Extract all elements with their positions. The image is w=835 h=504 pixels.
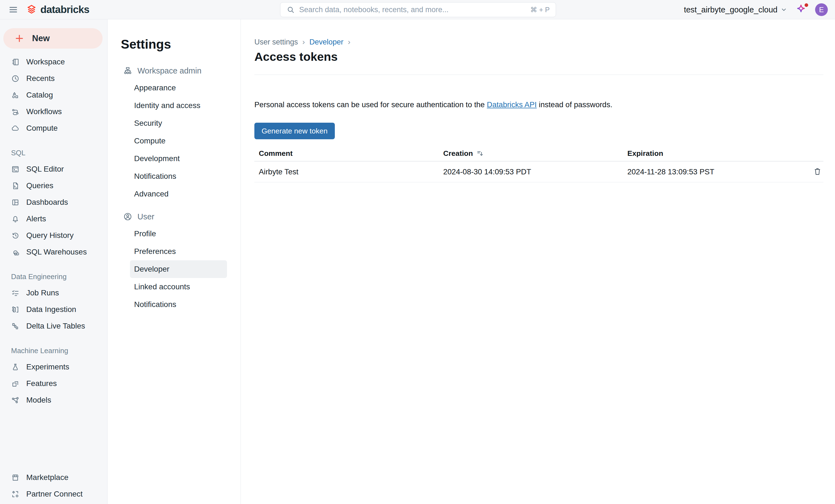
sidebar-item-query-history[interactable]: Query History [0,227,107,244]
databricks-api-link[interactable]: Databricks API [487,100,537,109]
sidebar-item-delta-live-tables[interactable]: Delta Live Tables [0,318,107,334]
access-tokens-table: Comment Creation Expiration Airbyte Test… [254,146,823,182]
sidebar-item-label: Dashboards [26,198,68,207]
new-button-label: New [32,34,50,43]
token-creation-cell: 2024-08-30 14:09:53 PDT [439,167,623,176]
dashboards-icon [11,198,20,207]
sidebar-item-recents[interactable]: Recents [0,70,107,87]
trash-icon [813,167,822,176]
sidebar-item-features[interactable]: Features [0,375,107,392]
workspace-selector-label: test_airbyte_google_cloud [684,5,777,14]
settings-group-label: User [137,212,154,221]
sidebar-item-label: Job Runs [26,289,59,297]
generate-new-token-button[interactable]: Generate new token [254,123,335,139]
experiments-icon [11,363,20,371]
settings-panel: Settings Workspace admin Appearance Iden… [107,19,241,504]
global-search[interactable]: ⌘ + P [280,2,556,17]
sidebar-item-label: Features [26,379,57,388]
column-header-comment[interactable]: Comment [254,149,439,158]
settings-item-compute[interactable]: Compute [107,132,241,150]
breadcrumb-user-settings[interactable]: User settings [254,38,298,46]
sql-warehouses-icon [11,248,20,256]
sidebar-item-queries[interactable]: Queries [0,177,107,194]
alerts-icon [11,215,20,223]
sort-descending-icon [476,150,484,157]
sidebar-item-dashboards[interactable]: Dashboards [0,194,107,211]
sidebar-footer: Marketplace Partner Connect [0,469,107,504]
sidebar-item-marketplace[interactable]: Marketplace [0,469,107,486]
sidebar-item-label: Marketplace [26,473,68,482]
sidebar-item-label: Catalog [26,91,53,100]
user-icon [123,212,133,221]
settings-item-profile[interactable]: Profile [107,225,241,243]
sidebar-item-models[interactable]: Models [0,392,107,408]
sidebar-item-data-ingestion[interactable]: Data Ingestion [0,301,107,318]
sidebar-item-partner-connect[interactable]: Partner Connect [0,486,107,502]
settings-item-notifications[interactable]: Notifications [107,167,241,185]
settings-panel-title: Settings [107,37,241,51]
settings-item-identity-and-access[interactable]: Identity and access [107,97,241,114]
workflows-icon [11,107,20,116]
column-header-creation[interactable]: Creation [439,149,623,158]
settings-group-label: Workspace admin [137,66,202,76]
page-title: Access tokens [254,50,823,64]
hamburger-menu-icon[interactable] [8,4,19,15]
sidebar-item-label: Models [26,396,51,404]
settings-item-user-notifications[interactable]: Notifications [107,296,241,313]
main-content: User settings › Developer › Access token… [241,19,835,504]
settings-item-appearance[interactable]: Appearance [107,79,241,97]
sidebar-section-machine-learning: Machine Learning [0,343,107,359]
breadcrumb: User settings › Developer › [254,37,823,47]
assistant-button[interactable] [795,4,807,16]
settings-item-linked-accounts[interactable]: Linked accounts [107,278,241,296]
breadcrumb-developer[interactable]: Developer [309,38,343,46]
sidebar-item-experiments[interactable]: Experiments [0,359,107,375]
job-runs-icon [11,289,20,297]
settings-item-development[interactable]: Development [107,150,241,167]
sidebar-section-data-engineering: Data Engineering [0,269,107,285]
search-input[interactable] [299,5,526,14]
sidebar-item-sql-editor[interactable]: SQL Editor [0,161,107,177]
catalog-icon [11,91,20,100]
top-bar: databricks ⌘ + P test_airbyte_google_clo… [0,0,835,19]
breadcrumb-separator: › [303,38,305,46]
column-header-label: Comment [259,149,292,158]
sidebar-item-job-runs[interactable]: Job Runs [0,285,107,301]
sidebar-item-label: Alerts [26,214,46,223]
marketplace-icon [11,473,20,482]
sidebar-item-workflows[interactable]: Workflows [0,103,107,120]
column-header-expiration[interactable]: Expiration [623,149,801,158]
search-icon [286,5,295,14]
sidebar-item-compute[interactable]: Compute [0,120,107,136]
description-text: Personal access tokens can be used for s… [254,100,823,109]
sidebar-item-label: Recents [26,74,55,83]
settings-item-security[interactable]: Security [107,114,241,132]
sidebar-item-catalog[interactable]: Catalog [0,87,107,103]
breadcrumb-separator: › [348,38,350,46]
sidebar-item-alerts[interactable]: Alerts [0,211,107,227]
workspace-selector[interactable]: test_airbyte_google_cloud [684,5,788,14]
settings-item-developer-selected[interactable]: Developer [130,260,227,278]
databricks-logo-icon [26,4,37,15]
table-row: Airbyte Test 2024-08-30 14:09:53 PDT 202… [254,161,823,182]
sidebar-item-label: Query History [26,231,74,240]
user-avatar[interactable]: E [815,3,828,16]
settings-item-preferences[interactable]: Preferences [107,243,241,260]
sidebar-item-workspace[interactable]: Workspace [0,54,107,70]
sidebar-item-label: Workspace [26,58,65,66]
sidebar-item-label: Queries [26,181,53,190]
settings-item-advanced[interactable]: Advanced [107,185,241,203]
query-history-icon [11,231,20,240]
delete-token-button[interactable] [811,166,823,178]
sidebar-item-label: Experiments [26,362,69,371]
new-button[interactable]: New [3,28,103,49]
sidebar-item-label: Delta Live Tables [26,322,85,331]
workspace-icon [11,58,20,66]
sidebar-item-label: Workflows [26,107,62,116]
models-icon [11,396,20,404]
sidebar-item-sql-warehouses[interactable]: SQL Warehouses [0,244,107,260]
sidebar-section-sql: SQL [0,145,107,161]
description-after: instead of passwords. [537,100,612,109]
databricks-brand[interactable]: databricks [26,4,89,16]
settings-group-workspace-admin: Workspace admin [107,62,241,79]
